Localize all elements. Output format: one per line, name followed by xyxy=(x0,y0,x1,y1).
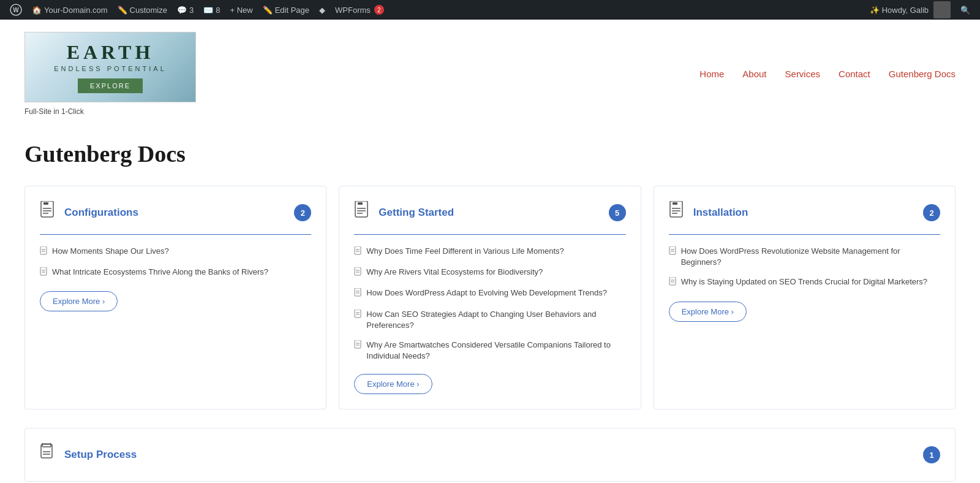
svg-rect-45 xyxy=(42,443,51,447)
list-item-icon xyxy=(40,246,47,258)
configurations-divider xyxy=(40,234,311,235)
comments-link[interactable]: 💬 3 xyxy=(172,0,198,20)
comments-icon: 💬 xyxy=(177,6,187,15)
edit-page-button[interactable]: ✏️ Edit Page xyxy=(258,0,314,20)
docs-grid: Configurations 2 How Moments Shape Our L… xyxy=(24,186,956,409)
list-item-icon xyxy=(354,310,361,321)
svg-rect-18 xyxy=(355,246,361,254)
search-icon: 🔍 xyxy=(960,6,970,15)
getting-started-count: 5 xyxy=(609,204,626,221)
svg-rect-14 xyxy=(358,202,363,205)
configurations-title[interactable]: Configurations xyxy=(64,207,138,219)
edit-icon: ✏️ xyxy=(263,6,273,15)
configurations-explore-button[interactable]: Explore More › xyxy=(40,291,118,311)
logo-tagline: Full-Site in 1-Click xyxy=(24,107,84,116)
svg-rect-24 xyxy=(355,288,361,296)
installation-icon xyxy=(669,201,686,224)
list-item-icon xyxy=(669,246,676,258)
installation-explore-button[interactable]: Explore More › xyxy=(669,302,747,322)
getting-started-explore-button[interactable]: Explore More › xyxy=(354,374,432,394)
configurations-count: 2 xyxy=(294,204,311,221)
wordpress-logo[interactable]: W xyxy=(5,0,27,20)
list-item: What Intricate Ecosystems Thrive Along t… xyxy=(40,267,311,279)
diamond-icon-item[interactable]: ◆ xyxy=(314,0,330,20)
avatar xyxy=(933,1,951,18)
nav-contact[interactable]: Contact xyxy=(839,69,870,79)
svg-text:W: W xyxy=(13,7,19,13)
page-title: Gutenberg Docs xyxy=(24,140,956,167)
setup-process-title[interactable]: Setup Process xyxy=(64,449,137,461)
configurations-card-header: Configurations 2 xyxy=(40,201,311,224)
getting-started-title[interactable]: Getting Started xyxy=(379,207,454,219)
svg-rect-30 xyxy=(355,340,361,348)
setup-process-count: 1 xyxy=(923,446,940,463)
getting-started-card: Getting Started 5 Why Does Time Feel Dif… xyxy=(339,186,641,409)
search-button[interactable]: 🔍 xyxy=(956,0,975,20)
svg-rect-21 xyxy=(355,267,361,275)
messages-link[interactable]: ✉️ 8 xyxy=(198,0,225,20)
list-item-icon xyxy=(354,246,361,258)
list-item: Why Are Rivers Vital Ecosystems for Biod… xyxy=(354,267,625,279)
installation-title-area: Installation xyxy=(669,201,748,224)
howdy-menu[interactable]: ✨ Howdy, Galib xyxy=(865,0,956,20)
logo-sub: ENDLESS POTENTIAL xyxy=(54,65,167,72)
svg-rect-10 xyxy=(40,267,47,275)
site-icon: 🏠 xyxy=(32,6,42,15)
configurations-card: Configurations 2 How Moments Shape Our L… xyxy=(24,186,326,409)
getting-started-card-header: Getting Started 5 xyxy=(354,201,625,224)
installation-card-header: Installation 2 xyxy=(669,201,940,224)
site-name[interactable]: 🏠 Your-Domain.com xyxy=(27,0,113,20)
page-wrap: EARTH ENDLESS POTENTIAL EXPLORE Full-Sit… xyxy=(0,20,980,483)
installation-card: Installation 2 How Does WordPress Revolu… xyxy=(654,186,956,409)
nav-home[interactable]: Home xyxy=(699,69,724,79)
installation-count: 2 xyxy=(923,204,940,221)
wpforms-link[interactable]: WPForms 2 xyxy=(330,0,389,20)
list-item-icon xyxy=(354,288,361,300)
getting-started-title-area: Getting Started xyxy=(354,201,454,224)
new-button[interactable]: + New xyxy=(225,0,257,20)
getting-started-divider xyxy=(354,234,625,235)
wpforms-badge: 2 xyxy=(374,5,384,15)
list-item-icon xyxy=(669,277,676,289)
list-item-icon xyxy=(354,340,361,352)
sparkle-icon: ✨ xyxy=(870,6,880,15)
messages-icon: ✉️ xyxy=(203,6,213,15)
list-item: How Does WordPress Adapt to Evolving Web… xyxy=(354,287,625,300)
list-item: Why Does Time Feel Different in Various … xyxy=(354,246,625,258)
logo-box: EARTH ENDLESS POTENTIAL EXPLORE xyxy=(24,32,196,102)
list-item: How Can SEO Strategies Adapt to Changing… xyxy=(354,309,625,331)
configurations-title-area: Configurations xyxy=(40,201,138,224)
site-logo-area: EARTH ENDLESS POTENTIAL EXPLORE Full-Sit… xyxy=(24,32,196,116)
configurations-list: How Moments Shape Our Lives? What Intric… xyxy=(40,246,311,279)
list-item-icon xyxy=(354,267,361,279)
list-item: How Moments Shape Our Lives? xyxy=(40,246,311,258)
svg-rect-7 xyxy=(40,246,47,254)
customize-icon: ✏️ xyxy=(118,6,127,15)
installation-divider xyxy=(669,234,940,235)
site-nav: Home About Services Contact Gutenberg Do… xyxy=(699,69,956,79)
installation-list: How Does WordPress Revolutionize Website… xyxy=(669,246,940,289)
svg-rect-38 xyxy=(669,246,676,254)
svg-rect-3 xyxy=(43,202,48,205)
setup-process-card: Setup Process 1 xyxy=(24,428,956,482)
nav-about[interactable]: About xyxy=(742,69,766,79)
diamond-icon: ◆ xyxy=(319,6,325,15)
getting-started-list: Why Does Time Feel Different in Various … xyxy=(354,246,625,362)
svg-rect-34 xyxy=(673,202,677,205)
list-item: Why Are Smartwatches Considered Versatil… xyxy=(354,340,625,362)
site-container: EARTH ENDLESS POTENTIAL EXPLORE Full-Sit… xyxy=(0,20,980,483)
installation-title[interactable]: Installation xyxy=(693,207,748,219)
logo-explore-button[interactable]: EXPLORE xyxy=(78,78,143,93)
site-header: EARTH ENDLESS POTENTIAL EXPLORE Full-Sit… xyxy=(0,20,980,128)
nav-services[interactable]: Services xyxy=(785,69,821,79)
list-item: Why is Staying Updated on SEO Trends Cru… xyxy=(669,276,940,289)
list-item-icon xyxy=(40,267,47,279)
page-content: Gutenberg Docs xyxy=(0,128,980,483)
svg-rect-41 xyxy=(669,277,676,285)
admin-bar: W 🏠 Your-Domain.com ✏️ Customize 💬 3 ✉️ … xyxy=(0,0,980,20)
customize-link[interactable]: ✏️ Customize xyxy=(113,0,172,20)
getting-started-icon xyxy=(354,201,371,224)
configurations-icon xyxy=(40,201,57,224)
nav-gutenberg-docs[interactable]: Gutenberg Docs xyxy=(889,69,956,79)
logo-title: EARTH xyxy=(67,41,154,64)
